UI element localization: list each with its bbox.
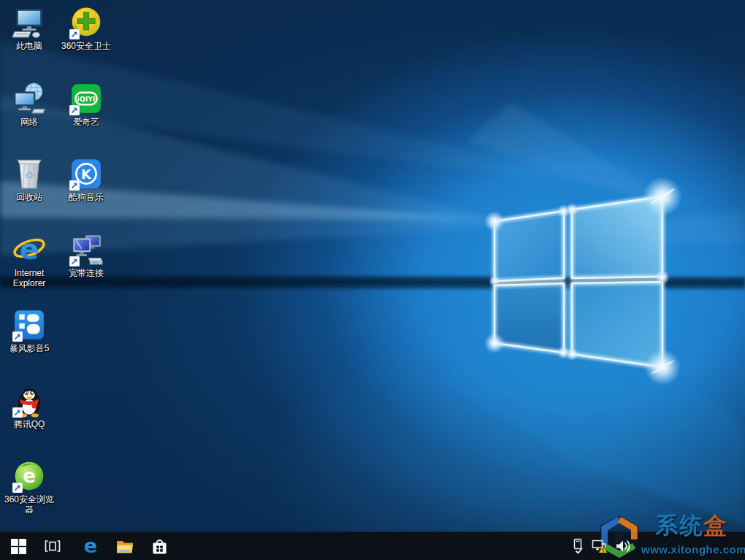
desktop-icon-label: Internet Explorer <box>1 268 57 289</box>
desktop-icon-label: 腾讯QQ <box>1 419 57 429</box>
desktop-icon-label: 网络 <box>1 117 57 127</box>
desktop-icon-ie[interactable]: e Internet Explorer <box>1 233 57 289</box>
desktop-icon-broadband[interactable]: 宽带连接 <box>58 233 114 278</box>
desktop-icon-label: 酷狗音乐 <box>58 192 114 202</box>
usb-tray-button[interactable] <box>567 532 589 560</box>
windows-store-icon <box>150 537 169 556</box>
shortcut-arrow-icon <box>69 256 80 266</box>
recycle-bin-icon: ♻ <box>12 157 46 191</box>
desktop-icon-label: 暴风影音5 <box>1 343 57 353</box>
shortcut-arrow-icon <box>12 331 23 342</box>
svg-text:e: e <box>84 535 97 557</box>
desktop-icon-kugou[interactable]: K 酷狗音乐 <box>58 157 114 202</box>
internet-explorer-icon: e <box>12 233 46 266</box>
store-button[interactable] <box>145 532 174 560</box>
svg-text:iQIYI: iQIYI <box>77 94 96 102</box>
desktop-icon-label: 360安全卫士 <box>58 41 114 51</box>
volume-tray-button[interactable] <box>612 532 634 560</box>
network-tray-button[interactable] <box>589 532 611 560</box>
network-icon <box>12 82 46 115</box>
network-warning-icon <box>591 537 608 555</box>
start-button[interactable] <box>1 532 35 560</box>
desktop-icon-this-pc[interactable]: 此电脑 <box>1 6 57 51</box>
svg-text:♻: ♻ <box>25 169 34 181</box>
desktop-icon-grid: 此电脑 360安全卫士 <box>0 0 745 560</box>
svg-text:K: K <box>81 167 92 182</box>
desktop-icon-recycle[interactable]: ♻ 回收站 <box>1 157 57 202</box>
shortcut-arrow-icon <box>12 407 23 418</box>
file-explorer-icon <box>115 536 135 556</box>
desktop-icon-label: 爱奇艺 <box>58 117 114 127</box>
volume-icon <box>614 537 632 555</box>
edge-button[interactable]: e <box>76 532 105 560</box>
file-explorer-button[interactable] <box>110 532 140 560</box>
desktop-icon-browser360[interactable]: e 360安全浏览器 <box>1 459 57 515</box>
desktop-icon-label: 宽带连接 <box>58 268 114 278</box>
desktop-icon-baofeng[interactable]: 暴风影音5 <box>1 308 57 353</box>
desktop-icon-safe360[interactable]: 360安全卫士 <box>58 6 114 51</box>
desktop-icon-label: 回收站 <box>1 192 57 202</box>
shortcut-arrow-icon <box>12 483 23 493</box>
svg-text:e: e <box>23 465 36 487</box>
usb-safely-remove-icon <box>570 537 586 555</box>
this-pc-icon <box>12 6 46 39</box>
desktop-icon-label: 360安全浏览器 <box>1 494 57 515</box>
desktop-icon-qq[interactable]: 腾讯QQ <box>1 384 57 429</box>
desktop-icon-network[interactable]: 网络 <box>1 82 57 127</box>
shortcut-arrow-icon <box>69 29 80 39</box>
svg-text:e: e <box>20 233 39 266</box>
edge-browser-icon: e <box>80 535 102 557</box>
task-view-button[interactable] <box>38 532 67 560</box>
shortcut-arrow-icon <box>69 180 80 191</box>
task-view-icon <box>43 537 62 556</box>
desktop-icon-iqiyi[interactable]: iQIYI 爱奇艺 <box>58 82 114 127</box>
windows-start-icon <box>11 539 26 554</box>
desktop-icon-label: 此电脑 <box>1 41 57 51</box>
windows10-desktop: 此电脑 360安全卫士 <box>0 0 745 560</box>
shortcut-arrow-icon <box>69 105 80 115</box>
